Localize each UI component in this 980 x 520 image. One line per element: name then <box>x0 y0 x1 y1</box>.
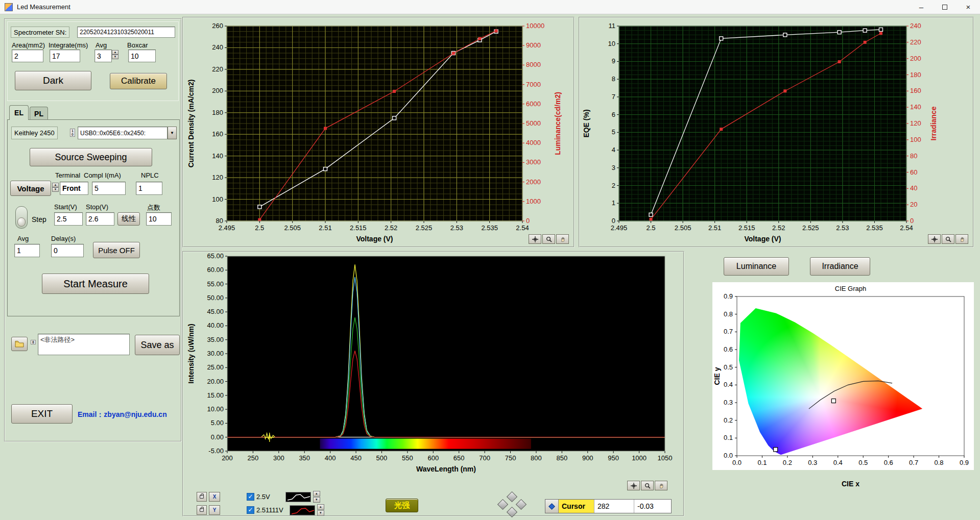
stop-field[interactable]: 2.6 <box>86 212 114 226</box>
nav-left-button[interactable] <box>497 499 508 510</box>
nav-down-button[interactable] <box>507 507 517 517</box>
svg-text:80: 80 <box>910 152 917 160</box>
svg-text:50.00: 50.00 <box>207 294 224 302</box>
avg-field[interactable]: 3 <box>94 49 112 62</box>
linear-button[interactable]: 线性 <box>117 212 140 226</box>
svg-text:0.00: 0.00 <box>211 433 224 441</box>
browse-folder-button[interactable] <box>11 337 28 351</box>
luminance-button[interactable]: Luminance <box>724 257 789 276</box>
boxcar-field[interactable]: 10 <box>128 49 156 62</box>
avg-spin-up-icon[interactable]: ▲ <box>112 50 118 55</box>
irradiance-button[interactable]: Irradiance <box>810 257 870 276</box>
avg2-field[interactable]: 1 <box>14 244 40 257</box>
svg-text:2.52: 2.52 <box>385 224 397 232</box>
svg-text:0.7: 0.7 <box>909 459 918 466</box>
terminal-spin-down-icon[interactable]: ▼ <box>52 187 59 192</box>
pan-hand-tool-icon[interactable] <box>955 234 968 244</box>
svg-text:200: 200 <box>222 454 233 462</box>
visa-combo[interactable]: USB0::0x05E6::0x2450: <box>78 127 168 139</box>
svg-text:140: 140 <box>910 103 921 111</box>
spectrum-chart[interactable]: 2002503003504004505005506006507007508008… <box>183 252 676 487</box>
nav-up-button[interactable] <box>507 491 517 502</box>
exit-button[interactable]: EXIT <box>11 404 73 424</box>
compl-field[interactable]: 5 <box>92 182 126 195</box>
legend-label-1: 2.5V <box>256 493 270 501</box>
jv-chart[interactable]: 2.4952.52.5052.512.5152.522.5252.532.535… <box>183 18 573 246</box>
cursor-tool-button[interactable] <box>545 500 559 513</box>
autoscale-x-button[interactable]: X <box>209 492 220 502</box>
start-field[interactable]: 2.5 <box>54 212 83 226</box>
legend-checkbox-1[interactable]: ✓ <box>247 493 254 501</box>
maximize-icon <box>942 5 947 10</box>
visa-dropdown-button[interactable]: ▼ <box>168 127 177 139</box>
scale-lock-button[interactable] <box>197 505 207 515</box>
nav-right-button[interactable] <box>516 499 527 510</box>
svg-text:1: 1 <box>612 199 615 207</box>
svg-text:8: 8 <box>612 75 615 83</box>
svg-text:2: 2 <box>612 182 615 189</box>
svg-text:2.495: 2.495 <box>611 224 628 232</box>
pulse-button[interactable]: Pulse OFF <box>93 242 140 258</box>
svg-text:4: 4 <box>612 146 615 154</box>
scale-lock-button[interactable] <box>197 492 207 502</box>
terminal-value[interactable]: Front <box>60 182 88 195</box>
cie-chart[interactable]: 0.00.10.20.30.40.50.60.70.80.90.90.80.70… <box>712 282 974 501</box>
path-type-icon: 8 <box>31 340 36 344</box>
cursor-y-value[interactable]: -0.03 <box>634 500 671 513</box>
delay-field[interactable]: 0 <box>51 244 84 257</box>
avg-spinner[interactable]: ▲ ▼ <box>112 50 118 59</box>
points-field[interactable]: 10 <box>146 212 172 226</box>
svg-text:Intensity (uW/nm): Intensity (uW/nm) <box>187 324 195 383</box>
crosshair-tool-icon[interactable] <box>928 234 941 244</box>
legend-plot-sample-1[interactable] <box>285 492 311 502</box>
scroll-up-icon[interactable]: ▲ <box>313 491 320 497</box>
dark-button[interactable]: Dark <box>15 71 91 90</box>
save-path-field[interactable]: <非法路径> <box>38 334 130 355</box>
source-sweeping-button[interactable]: Source Sweeping <box>30 148 152 166</box>
avg2-label: Avg <box>17 235 29 242</box>
svg-text:2.54: 2.54 <box>516 224 529 232</box>
tab-pl[interactable]: PL <box>30 107 48 120</box>
terminal-spinner[interactable]: ▲ ▼ <box>52 183 59 192</box>
svg-text:6000: 6000 <box>526 100 541 108</box>
pan-hand-tool-icon[interactable] <box>556 234 569 244</box>
svg-text:0.8: 0.8 <box>935 459 944 466</box>
close-button[interactable]: × <box>957 0 980 14</box>
svg-text:2.535: 2.535 <box>866 224 883 232</box>
cursor-x-value[interactable]: 282 <box>594 500 634 513</box>
maximize-button[interactable] <box>933 0 957 14</box>
svg-text:180: 180 <box>212 109 223 116</box>
svg-text:4000: 4000 <box>526 139 541 146</box>
intensity-button[interactable]: 光强 <box>386 499 418 512</box>
minimize-button[interactable]: – <box>910 0 933 14</box>
save-as-button[interactable]: Save as <box>135 335 180 355</box>
terminal-spin-up-icon[interactable]: ▲ <box>52 183 59 187</box>
app-icon <box>5 3 13 11</box>
tab-el[interactable]: EL <box>9 105 29 120</box>
svg-text:0.9: 0.9 <box>724 292 733 300</box>
zoom-tool-icon[interactable] <box>641 481 654 490</box>
scroll-up-icon[interactable]: ▲ <box>317 504 324 510</box>
area-field[interactable]: 2 <box>12 49 43 62</box>
avg-spin-down-icon[interactable]: ▼ <box>112 55 118 59</box>
start-measure-button[interactable]: Start Measure <box>42 274 149 294</box>
instrument-label[interactable]: Keithley 2450 <box>11 127 58 139</box>
crosshair-tool-icon[interactable] <box>529 234 541 244</box>
nplc-field[interactable]: 1 <box>136 182 162 195</box>
calibrate-button[interactable]: Calibrate <box>110 73 167 89</box>
eqe-chart[interactable]: 2.4952.52.5052.512.5152.522.5252.532.535… <box>580 18 973 246</box>
integrate-field[interactable]: 17 <box>50 49 80 62</box>
scroll-down-icon[interactable]: ▼ <box>317 510 324 516</box>
pan-hand-tool-icon[interactable] <box>655 481 667 490</box>
crosshair-tool-icon[interactable] <box>627 481 640 490</box>
svg-text:5.00: 5.00 <box>211 419 224 427</box>
svg-text:2.53: 2.53 <box>836 224 849 232</box>
zoom-tool-icon[interactable] <box>942 234 954 244</box>
step-toggle[interactable] <box>15 206 28 229</box>
source-mode-button[interactable]: Voltage <box>10 181 51 196</box>
legend-checkbox-2[interactable]: ✓ <box>247 506 254 514</box>
zoom-tool-icon[interactable] <box>542 234 555 244</box>
legend-plot-sample-2[interactable] <box>290 505 315 515</box>
scroll-down-icon[interactable]: ▼ <box>313 497 320 503</box>
autoscale-y-button[interactable]: Y <box>209 505 220 515</box>
